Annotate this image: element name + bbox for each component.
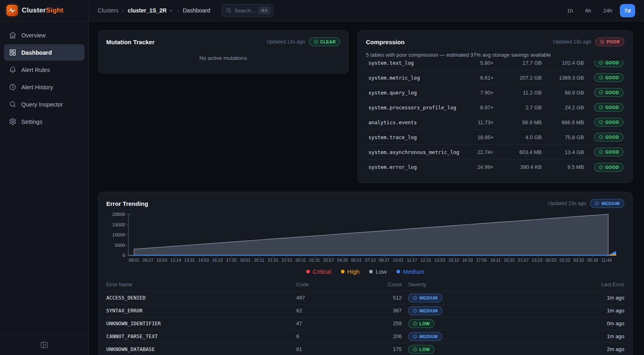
compression-table: system.text_log 5.80× 17.7 GB 102.4 GB G… bbox=[366, 60, 624, 174]
compression-row-status-badge: GOOD bbox=[594, 163, 623, 172]
svg-text:05:51: 05:51 bbox=[351, 258, 362, 263]
error-code: 81 bbox=[296, 346, 369, 352]
check-circle-icon bbox=[599, 75, 603, 80]
severity-badge: MEDIUM bbox=[408, 306, 442, 315]
error-name: SYNTAX_ERROR bbox=[106, 308, 296, 314]
svg-text:15:13: 15:13 bbox=[448, 258, 459, 263]
error-table-header: Error Name Code Count Severity Last Erro… bbox=[106, 279, 624, 291]
table-name: system.processors_profile_log bbox=[366, 105, 459, 111]
topbar: Clusters › cluster_1S_2R › Dashboard ⌘K … bbox=[89, 0, 644, 21]
card-title: Compression bbox=[366, 39, 405, 45]
error-count: 175 bbox=[369, 346, 402, 352]
error-code: 6 bbox=[296, 333, 369, 339]
compressed-size: 207.2 GB bbox=[493, 75, 542, 81]
last-error-time: 1m ago bbox=[572, 308, 624, 314]
last-error-time: 0m ago bbox=[572, 320, 624, 326]
severity-badge: LOW bbox=[408, 319, 434, 328]
x-circle-icon bbox=[600, 39, 605, 44]
compressed-size: 11.2 GB bbox=[493, 90, 542, 96]
compression-ratio: 5.80× bbox=[459, 60, 493, 66]
app-root: ClusterSight OverviewDashboardAlert Rule… bbox=[0, 0, 644, 355]
main-column: Clusters › cluster_1S_2R › Dashboard ⌘K … bbox=[89, 0, 644, 355]
compression-ratio: 24.99× bbox=[459, 164, 493, 170]
compressed-size: 2.7 GB bbox=[493, 105, 542, 111]
svg-text:00:53: 00:53 bbox=[546, 258, 557, 263]
svg-text:20:32: 20:32 bbox=[504, 258, 515, 263]
severity-badge: LOW bbox=[408, 345, 434, 354]
legend-dot bbox=[369, 270, 373, 273]
compression-summary: 5 tables with poor compression — estimat… bbox=[366, 52, 624, 58]
table-row: analytics.events 11.73× 56.9 MB 666.9 MB… bbox=[366, 115, 624, 130]
sidebar-item-alert-history[interactable]: Alert History bbox=[4, 79, 85, 95]
compression-ratio: 11.73× bbox=[459, 119, 493, 125]
error-count: 512 bbox=[369, 295, 402, 301]
legend-label: Low bbox=[376, 268, 387, 275]
svg-text:20000: 20000 bbox=[112, 212, 125, 217]
chevron-down-icon bbox=[168, 8, 173, 13]
check-circle-icon bbox=[599, 135, 603, 140]
legend-label: High bbox=[347, 268, 360, 275]
search-input[interactable] bbox=[234, 8, 255, 14]
sidebar-item-query-inspector[interactable]: Query Inspector bbox=[4, 96, 85, 113]
info-circle-icon bbox=[594, 201, 599, 206]
time-range-7d[interactable]: 7d bbox=[620, 4, 635, 17]
time-range-1h[interactable]: 1h bbox=[563, 4, 578, 17]
table-row: system.error_log 24.99× 390.4 KB 9.5 MB … bbox=[366, 160, 624, 174]
breadcrumb-dashboard[interactable]: Dashboard bbox=[183, 7, 211, 14]
breadcrumb-clusters[interactable]: Clusters bbox=[98, 7, 118, 14]
time-range-group: 1h6h24h7d bbox=[563, 4, 635, 17]
sidebar-item-alert-rules[interactable]: Alert Rules bbox=[4, 62, 85, 78]
svg-text:12:14: 12:14 bbox=[170, 258, 181, 263]
svg-text:15000: 15000 bbox=[112, 222, 125, 227]
sidebar-collapse-button[interactable] bbox=[40, 341, 49, 349]
legend-label: Critical bbox=[313, 268, 331, 275]
breadcrumb-cluster-selector[interactable]: cluster_1S_2R bbox=[128, 7, 173, 14]
legend-label: Medium bbox=[403, 268, 424, 275]
legend-dot bbox=[341, 270, 345, 273]
legend-item-high[interactable]: High bbox=[341, 268, 360, 275]
table-name: system.asynchronous_metric_log bbox=[366, 149, 459, 155]
sidebar-item-dashboard[interactable]: Dashboard bbox=[4, 44, 85, 61]
sidebar-item-settings[interactable]: Settings bbox=[4, 113, 85, 130]
error-name: CANNOT_PARSE_TEXT bbox=[106, 333, 296, 339]
error-count: 259 bbox=[369, 320, 402, 326]
svg-text:10:53: 10:53 bbox=[157, 258, 167, 263]
svg-text:20:11: 20:11 bbox=[254, 258, 264, 263]
svg-text:18:51: 18:51 bbox=[240, 258, 251, 263]
severity-badge: MEDIUM bbox=[408, 293, 442, 302]
compression-row-status-badge: GOOD bbox=[594, 118, 623, 127]
error-name: UNKNOWN_IDENTIFIER bbox=[106, 320, 296, 326]
compression-table-scroll[interactable]: system.text_log 5.80× 17.7 GB 102.4 GB G… bbox=[366, 60, 624, 178]
table-row: system.asynchronous_metric_log 22.74× 60… bbox=[366, 145, 624, 160]
svg-text:05:18: 05:18 bbox=[587, 258, 598, 263]
content: Mutation Tracker Updated 13s ago CLEAR N… bbox=[89, 21, 644, 355]
sidebar-item-overview[interactable]: Overview bbox=[4, 27, 85, 43]
uncompressed-size: 102.4 GB bbox=[542, 60, 584, 66]
table-row: ACCESS_DENIED 497 512 MEDIUM 1m ago bbox=[106, 291, 624, 304]
error-table: Error Name Code Count Severity Last Erro… bbox=[106, 279, 624, 355]
error-code: 497 bbox=[296, 295, 369, 301]
sidebar-item-label: Query Inspector bbox=[21, 101, 63, 108]
compression-ratio: 8.97× bbox=[459, 105, 493, 111]
uncompressed-size: 24.2 GB bbox=[542, 105, 584, 111]
search-box[interactable]: ⌘K bbox=[221, 4, 274, 17]
time-range-24h[interactable]: 24h bbox=[599, 4, 617, 17]
legend-dot bbox=[396, 270, 400, 273]
table-name: system.metric_log bbox=[366, 75, 459, 81]
legend-item-critical[interactable]: Critical bbox=[306, 268, 331, 275]
mutation-tracker-card: Mutation Tracker Updated 13s ago CLEAR N… bbox=[98, 30, 349, 74]
svg-text:17:32: 17:32 bbox=[226, 258, 237, 263]
svg-text:16:13: 16:13 bbox=[212, 258, 223, 263]
info-circle-icon bbox=[413, 334, 417, 339]
time-range-6h[interactable]: 6h bbox=[581, 4, 596, 17]
compression-status-badge: POOR bbox=[595, 37, 624, 46]
legend-item-low[interactable]: Low bbox=[369, 268, 387, 275]
legend-item-medium[interactable]: Medium bbox=[396, 268, 424, 275]
compression-card: Compression Updated 13s ago POOR 5 table… bbox=[357, 30, 633, 183]
svg-text:04:25: 04:25 bbox=[337, 258, 348, 263]
uncompressed-size: 666.9 MB bbox=[542, 119, 584, 125]
svg-text:19:11: 19:11 bbox=[490, 258, 501, 263]
compression-row-status-badge: GOOD bbox=[594, 133, 623, 142]
check-circle-icon bbox=[599, 165, 603, 170]
info-circle-icon bbox=[413, 308, 417, 313]
